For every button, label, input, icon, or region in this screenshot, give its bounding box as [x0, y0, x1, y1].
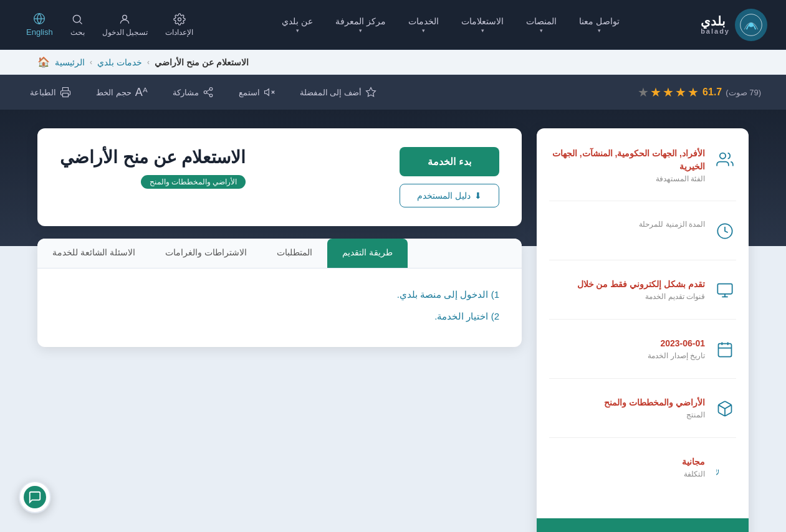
home-icon[interactable]: 🏠 [37, 56, 50, 68]
font-icon: Aᴬ [135, 87, 148, 98]
search-button[interactable]: بحث [63, 8, 92, 42]
service-tag: الأراضي والمخططات والمنح [141, 175, 246, 189]
tabs-card: الاسئلة الشائعة للخدمة الاشتراطات والغرا… [37, 239, 522, 347]
tab-requirements[interactable]: المتطلبات [262, 239, 327, 268]
share-button[interactable]: مشاركة [168, 84, 219, 100]
svg-point-1 [749, 22, 753, 27]
service-card: الاستعلام عن منح الأراضي الأراضي والمخطط… [37, 128, 522, 226]
nav-item-about[interactable]: عن بلدي ▾ [271, 10, 324, 40]
favorite-button[interactable]: أضف إلى المفضلة [295, 84, 381, 100]
step-2: 2) اختيار الخدمة. [60, 308, 499, 325]
star-2: ★ [675, 85, 686, 100]
currency-icon: ﷼ [714, 457, 736, 479]
monitor-icon [714, 279, 736, 302]
toolbar-left-actions: أضف إلى المفضلة استمع مشاركة Aᴬ حجم الخط [25, 84, 381, 100]
star-5: ★ [638, 85, 649, 100]
header: بلدي balady عن بلدي ▾ مركز المعرفة ▾ الخ… [0, 0, 786, 50]
sidebar-channels: تقدم بشكل إلكتروني فقط من خلال قنوات تقد… [549, 278, 736, 302]
star-4: ★ [650, 85, 661, 100]
svg-point-5 [178, 17, 181, 21]
sidebar-release-date: 2023-06-01 تاريخ إصدار الخدمة [549, 337, 736, 361]
nav-item-services[interactable]: الخدمات ▾ [397, 10, 450, 40]
chevron-down-icon: ▾ [540, 27, 543, 34]
logo[interactable]: بلدي balady [701, 9, 767, 41]
svg-rect-15 [63, 93, 69, 97]
print-icon [60, 87, 71, 98]
user-group-icon [714, 148, 736, 171]
sidebar-cost: مجانية التكلفة ﷼ [549, 455, 736, 479]
chevron-down-icon: ▾ [481, 27, 484, 34]
print-button[interactable]: الطباعة [25, 84, 76, 100]
toolbar: أضف إلى المفضلة استمع مشاركة Aᴬ حجم الخط [0, 75, 786, 110]
step-1: 1) الدخول إلى منصة بلدي. [60, 286, 499, 303]
audio-off-icon [264, 87, 275, 98]
svg-point-16 [720, 153, 726, 159]
login-button[interactable]: تسجيل الدخول [95, 8, 155, 42]
calendar-icon [714, 338, 736, 361]
logo-text: بلدي balady [701, 15, 730, 35]
settings-button[interactable]: الإعدادات [158, 8, 201, 42]
nav-item-knowledge[interactable]: مركز المعرفة ▾ [324, 10, 397, 40]
nav-item-contact[interactable]: تواصل معنا ▾ [568, 10, 631, 40]
tab-submission[interactable]: طريقة التقديم [327, 239, 408, 268]
star-icon [365, 87, 376, 98]
svg-line-13 [206, 93, 209, 95]
breadcrumb: الاستعلام عن منح الأراضي › خدمات بلدي › … [0, 50, 786, 75]
toolbar-rating: (79 صوت) 61.7 ★ ★ ★ ★ ★ [638, 85, 761, 100]
breadcrumb-services[interactable]: خدمات بلدي [97, 57, 142, 67]
star-rating: ★ ★ ★ ★ ★ [638, 85, 699, 100]
chevron-down-icon: ▾ [359, 27, 362, 34]
sidebar-bottom-button[interactable]: ... [537, 518, 749, 532]
sidebar-duration: المدة الزمنية للمرحلة [549, 219, 736, 242]
main-content: الأفراد, الجهات الحكومية, المنشآت, الجها… [0, 110, 786, 532]
clock-icon [714, 220, 736, 242]
service-actions: بدء الخدمة ⬇ ⬇ دليل المستخدم دليل المستخ… [400, 147, 499, 207]
right-content: الاستعلام عن منح الأراضي الأراضي والمخطط… [37, 128, 522, 532]
chevron-down-icon: ▾ [598, 27, 601, 34]
logo-circle [735, 9, 767, 41]
tab-content: 1) الدخول إلى منصة بلدي. 2) اختيار الخدم… [37, 268, 522, 347]
tab-faq[interactable]: الاسئلة الشائعة للخدمة [37, 239, 150, 268]
start-service-button[interactable]: بدء الخدمة [400, 147, 499, 176]
chevron-down-icon: ▾ [422, 27, 425, 34]
box-icon [714, 397, 736, 420]
svg-marker-7 [264, 89, 269, 96]
chat-icon [24, 486, 46, 508]
header-actions: English بحث تسجيل الدخول الإعدادات [19, 7, 201, 42]
language-switcher[interactable]: English [19, 7, 60, 42]
svg-point-4 [123, 15, 127, 19]
svg-rect-18 [717, 284, 732, 294]
listen-button[interactable]: استمع [234, 84, 280, 100]
svg-point-12 [209, 94, 213, 97]
tabs-header: الاسئلة الشائعة للخدمة الاشتراطات والغرا… [37, 239, 522, 268]
tab-conditions[interactable]: الاشتراطات والغرامات [150, 239, 262, 268]
sidebar-product: الأراضي والمخططات والمنح المنتج [549, 396, 736, 420]
svg-text:﷼: ﷼ [716, 462, 719, 475]
svg-line-14 [206, 90, 209, 92]
service-title: الاستعلام عن منح الأراضي [60, 147, 246, 168]
sidebar-card: الأفراد, الجهات الحكومية, المنشآت, الجها… [537, 128, 749, 532]
star-3: ★ [663, 85, 674, 100]
svg-marker-6 [366, 88, 375, 97]
breadcrumb-home-link[interactable]: الرئيسية [55, 57, 85, 67]
svg-point-10 [209, 88, 213, 91]
svg-point-3 [73, 15, 80, 22]
font-size-button[interactable]: Aᴬ حجم الخط [91, 84, 153, 100]
sidebar-target-group: الأفراد, الجهات الحكومية, المنشآت, الجها… [549, 147, 736, 183]
chat-widget[interactable] [19, 481, 51, 513]
nav-item-platforms[interactable]: المنصات ▾ [515, 10, 568, 40]
star-1: ★ [688, 85, 699, 100]
share-icon [203, 87, 214, 98]
download-icon: ⬇ [474, 191, 482, 201]
main-nav: عن بلدي ▾ مركز المعرفة ▾ الخدمات ▾ الاست… [271, 10, 631, 40]
chevron-down-icon: ▾ [296, 27, 299, 34]
nav-item-inquiries[interactable]: الاستعلامات ▾ [450, 10, 515, 40]
svg-point-11 [204, 91, 207, 94]
svg-rect-21 [719, 344, 732, 357]
user-guide-button[interactable]: ⬇ ⬇ دليل المستخدم دليل المستخدم [400, 184, 499, 207]
breadcrumb-current: الاستعلام عن منح الأراضي [155, 57, 249, 67]
